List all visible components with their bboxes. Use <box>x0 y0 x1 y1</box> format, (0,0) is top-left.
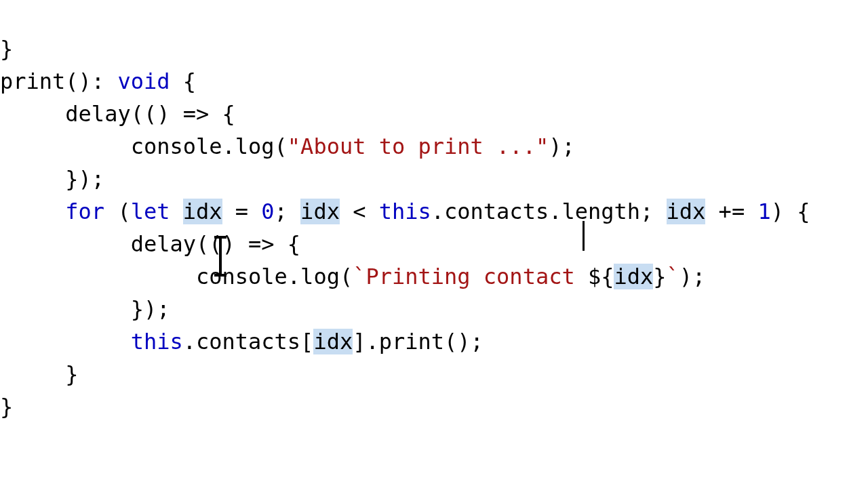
code-line: }); <box>0 166 104 192</box>
variable-idx: idx <box>667 199 706 224</box>
code-text: ].print(); <box>353 329 484 354</box>
template-literal: ` <box>667 264 679 289</box>
code-text: ); <box>679 264 706 289</box>
text-caret <box>583 221 585 251</box>
number-literal: 1 <box>757 199 770 224</box>
variable-idx: idx <box>300 199 340 224</box>
code-text: += <box>705 199 757 224</box>
template-expr-close: } <box>653 264 666 289</box>
code-text: console.log( <box>0 264 353 289</box>
string-literal: "About to print ..." <box>288 134 549 159</box>
code-text: ) { <box>771 199 810 224</box>
keyword-for: for <box>65 199 104 224</box>
code-text <box>170 199 182 224</box>
code-text: ; <box>275 199 301 224</box>
keyword-this: this <box>379 199 431 224</box>
variable-idx: idx <box>183 199 222 224</box>
code-text <box>0 199 65 224</box>
template-literal: ` <box>353 264 366 289</box>
code-line: this.contacts[idx].print(); <box>0 329 484 354</box>
code-text: (): <box>65 68 117 94</box>
code-line: console.log(`Printing contact ${idx}`); <box>0 264 705 289</box>
code-text: .contacts[ <box>183 329 314 354</box>
code-text: .contacts.length; <box>431 199 667 224</box>
variable-idx: idx <box>313 329 353 354</box>
code-text <box>0 329 131 354</box>
code-text: { <box>170 68 196 94</box>
variable-idx: idx <box>614 264 653 289</box>
code-line: } <box>0 361 79 387</box>
keyword-let: let <box>131 199 170 224</box>
template-expr-open: ${ <box>588 264 614 289</box>
keyword-this: this <box>131 329 183 354</box>
method-name: print <box>0 68 65 94</box>
code-line: for (let idx = 0; idx < this.contacts.le… <box>0 199 810 224</box>
code-line: }); <box>0 296 170 322</box>
code-text: < <box>340 199 379 224</box>
template-literal: Printing contact <box>366 264 588 289</box>
code-line: console.log("About to print ..."); <box>0 134 575 159</box>
code-line: print(): void { <box>0 68 196 94</box>
code-line: } <box>0 36 13 62</box>
code-text: ); <box>549 134 575 159</box>
code-line: delay(() => { <box>0 231 300 257</box>
code-text: console.log( <box>0 134 288 159</box>
code-text: = <box>222 199 262 224</box>
code-text: ( <box>104 199 131 224</box>
code-line: delay(() => { <box>0 101 235 127</box>
code-editor[interactable]: } print(): void { delay(() => { console.… <box>0 0 868 488</box>
number-literal: 0 <box>261 199 274 224</box>
code-line: } <box>0 394 13 420</box>
return-type: void <box>117 68 170 94</box>
